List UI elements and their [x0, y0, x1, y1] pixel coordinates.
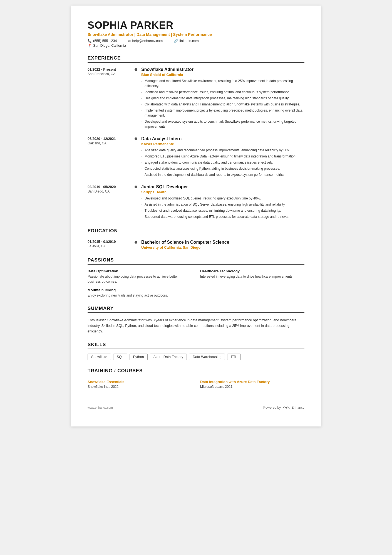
passion-1-title: Healthcare Technology	[200, 269, 304, 273]
footer-website: www.enhancv.com	[88, 406, 113, 409]
job-3-divider	[136, 184, 136, 220]
passion-healthcare-technology: Healthcare Technology Interested in leve…	[200, 269, 304, 284]
bullet: Engaged stakeholders to communicate data…	[141, 160, 304, 165]
skill-4: Data Warehousing	[189, 354, 225, 360]
header: SOPHIA PARKER Snowflake Administrator | …	[88, 19, 304, 48]
link-icon: 🔗	[174, 39, 178, 43]
email-address: help@enhancv.com	[132, 39, 163, 43]
skill-0: Snowflake	[88, 354, 111, 360]
bullet: Monitored ETL pipelines using Azure Data…	[141, 154, 304, 159]
job-2-company: Kaiser Permanente	[141, 142, 304, 146]
passion-2-desc: Enjoy exploring new trails and staying a…	[88, 293, 192, 298]
linkedin-contact: 🔗 linkedin.com	[174, 39, 199, 43]
skill-5: ETL	[227, 354, 241, 360]
summary-section: SUMMARY Enthusiastic Snowflake Administr…	[88, 306, 304, 334]
course-0: Snowflake Essentials Snowflake Inc., 202…	[88, 380, 192, 389]
job-1-company: Blue Shield of California	[141, 73, 304, 77]
course-1-org: Microsoft Learn, 2021	[200, 385, 304, 389]
job-1-title: Snowflake Administrator	[141, 67, 304, 72]
edu-1-right: Bachelor of Science in Computer Science …	[141, 240, 304, 250]
course-0-org: Snowflake Inc., 2022	[88, 385, 192, 389]
logo-svg	[282, 405, 290, 410]
training-section-title: TRAINING / COURSES	[88, 368, 304, 375]
experience-section: EXPERIENCE 01/2022 - Present San Francis…	[88, 55, 304, 220]
passion-1-desc: Interested in leveraging data to drive h…	[200, 274, 304, 279]
edu-1-degree: Bachelor of Science in Computer Science	[141, 240, 304, 245]
job-3-date: 03/2019 - 05/2020	[88, 185, 131, 189]
summary-text: Enthusiastic Snowflake Administrator wit…	[88, 317, 304, 334]
location-icon: 📍	[88, 44, 92, 48]
skills-list: Snowflake SQL Python Azure Data Factory …	[88, 354, 304, 360]
job-1-location: San Francisco, CA	[88, 72, 131, 76]
location-text: San Diego, California	[93, 44, 126, 48]
job-2-bullets: Analyzed data quality and recommended pr…	[141, 148, 304, 177]
bullet: Managed and monitored Snowflake environm…	[141, 78, 304, 88]
job-1-left: 01/2022 - Present San Francisco, CA	[88, 67, 131, 130]
skill-2: Python	[130, 354, 148, 360]
job-2-location: Oakland, CA	[88, 141, 131, 145]
email-icon: ✉	[128, 39, 131, 43]
bullet: Assisted in the development of dashboard…	[141, 172, 304, 177]
contact-row: 📞 (555) 555-1234 ✉ help@enhancv.com 🔗 li…	[88, 39, 304, 43]
bullet: Collaborated with data analysts and IT m…	[141, 102, 304, 107]
skill-3: Azure Data Factory	[150, 354, 187, 360]
passions-grid: Data Optimization Passionate about impro…	[88, 269, 304, 298]
job-1-divider	[136, 67, 136, 130]
edu-1-divider	[136, 240, 136, 250]
job-3-title: Junior SQL Developer	[141, 184, 304, 189]
phone-number: (555) 555-1234	[93, 39, 117, 43]
edu-1-school: University of California, San Diego	[141, 245, 304, 250]
bullet: Implemented system improvement projects …	[141, 108, 304, 118]
email-contact: ✉ help@enhancv.com	[128, 39, 163, 43]
job-1-right: Snowflake Administrator Blue Shield of C…	[141, 67, 304, 130]
job-3: 03/2019 - 05/2020 San Diego, CA Junior S…	[88, 184, 304, 220]
education-section-title: EDUCATION	[88, 228, 304, 235]
bullet: Conducted statistical analyses using Pyt…	[141, 166, 304, 171]
job-2: 06/2020 - 12/2021 Oakland, CA Data Analy…	[88, 136, 304, 178]
job-2-divider	[136, 136, 136, 178]
bullet: Developed and executed system audits to …	[141, 119, 304, 129]
passions-section: PASSIONS Data Optimization Passionate ab…	[88, 257, 304, 298]
edu-1-left: 01/2015 - 01/2019 La Jolla, CA	[88, 240, 131, 250]
job-3-right: Junior SQL Developer Scripps Health Deve…	[141, 184, 304, 220]
edu-1-date: 01/2015 - 01/2019	[88, 240, 131, 244]
location-row: 📍 San Diego, California	[88, 44, 304, 48]
training-grid: Snowflake Essentials Snowflake Inc., 202…	[88, 380, 304, 389]
job-1: 01/2022 - Present San Francisco, CA Snow…	[88, 67, 304, 130]
job-2-date: 06/2020 - 12/2021	[88, 137, 131, 141]
bullet: Assisted in the administration of SQL Se…	[141, 202, 304, 207]
phone-contact: 📞 (555) 555-1234	[88, 39, 117, 43]
bullet: Analyzed data quality and recommended pr…	[141, 148, 304, 153]
bullet: Identified and resolved performance issu…	[141, 90, 304, 95]
job-3-location: San Diego, CA	[88, 189, 131, 193]
job-1-bullets: Managed and monitored Snowflake environm…	[141, 78, 304, 129]
summary-section-title: SUMMARY	[88, 306, 304, 313]
education-section: EDUCATION 01/2015 - 01/2019 La Jolla, CA…	[88, 228, 304, 250]
footer-brand: Powered by Enhancv	[263, 405, 304, 410]
brand-name: Enhancv	[291, 406, 304, 410]
skills-section: SKILLS Snowflake SQL Python Azure Data F…	[88, 342, 304, 360]
edu-1: 01/2015 - 01/2019 La Jolla, CA Bachelor …	[88, 240, 304, 250]
edu-1-location: La Jolla, CA	[88, 244, 131, 248]
job-2-right: Data Analyst Intern Kaiser Permanente An…	[141, 136, 304, 178]
course-1-name: Data Integration with Azure Data Factory	[200, 380, 304, 384]
job-2-left: 06/2020 - 12/2021 Oakland, CA	[88, 136, 131, 178]
bullet: Troubleshot and resolved database issues…	[141, 208, 304, 213]
passion-2-title: Mountain Biking	[88, 288, 192, 292]
skills-section-title: SKILLS	[88, 342, 304, 349]
passion-0-desc: Passionate about improving data processe…	[88, 274, 192, 284]
job-2-title: Data Analyst Intern	[141, 136, 304, 141]
job-3-left: 03/2019 - 05/2020 San Diego, CA	[88, 184, 131, 220]
passions-section-title: PASSIONS	[88, 257, 304, 265]
bullet: Designed and implemented data integratio…	[141, 96, 304, 101]
bullet: Developed and optimized SQL queries, red…	[141, 196, 304, 201]
course-0-name: Snowflake Essentials	[88, 380, 192, 384]
experience-section-title: EXPERIENCE	[88, 55, 304, 63]
course-1: Data Integration with Azure Data Factory…	[200, 380, 304, 389]
passion-mountain-biking: Mountain Biking Enjoy exploring new trai…	[88, 288, 192, 298]
candidate-title: Snowflake Administrator | Data Managemen…	[88, 32, 304, 37]
enhancv-logo: Enhancv	[282, 405, 304, 410]
skill-1: SQL	[113, 354, 127, 360]
passion-data-optimization: Data Optimization Passionate about impro…	[88, 269, 192, 284]
bullet: Supported data warehousing concepts and …	[141, 214, 304, 219]
